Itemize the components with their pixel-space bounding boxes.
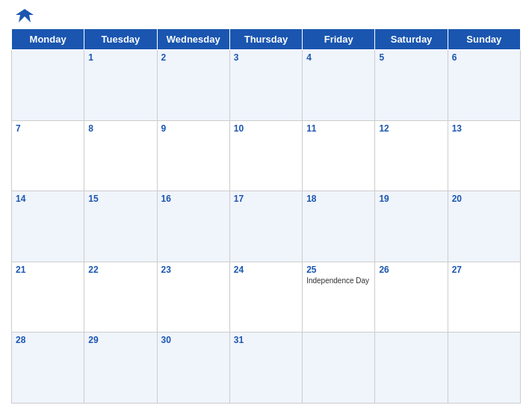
weekday-header-friday: Friday	[303, 29, 375, 50]
day-number: 22	[88, 265, 152, 275]
day-number: 13	[452, 123, 516, 134]
calendar-cell	[303, 333, 375, 404]
calendar-cell: 24	[229, 262, 302, 333]
calendar-cell: 27	[448, 262, 520, 333]
calendar-week-row: 2122232425Independence Day2627	[12, 262, 521, 333]
day-number: 14	[16, 194, 80, 204]
weekday-header-saturday: Saturday	[375, 29, 448, 50]
calendar-cell: 22	[84, 262, 157, 333]
calendar-cell: 15	[84, 191, 157, 262]
day-number: 5	[379, 52, 443, 63]
calendar-week-row: 14151617181920	[12, 191, 521, 262]
calendar-cell: 31	[229, 333, 302, 404]
calendar-cell: 13	[448, 120, 520, 191]
calendar-cell: 6	[448, 50, 520, 121]
day-number: 17	[234, 194, 298, 204]
calendar-cell: 14	[12, 191, 84, 262]
calendar-cell: 16	[157, 191, 229, 262]
day-number: 11	[306, 123, 371, 134]
calendar-cell: 3	[229, 50, 302, 121]
weekday-header-thursday: Thursday	[229, 29, 302, 50]
calendar-cell: 18	[303, 191, 375, 262]
day-number: 25	[306, 265, 371, 275]
calendar-week-row: 123456	[12, 50, 521, 121]
day-number: 24	[234, 265, 298, 275]
day-number: 12	[379, 123, 443, 134]
calendar-event: Independence Day	[306, 276, 371, 285]
weekday-header-row: MondayTuesdayWednesdayThursdayFridaySatu…	[12, 29, 521, 50]
calendar-cell: 7	[12, 120, 84, 191]
calendar-cell: 12	[375, 120, 448, 191]
calendar-header	[11, 7, 521, 24]
day-number: 3	[234, 52, 298, 63]
calendar-cell: 10	[229, 120, 302, 191]
day-number: 7	[16, 123, 80, 134]
calendar-cell: 17	[229, 191, 302, 262]
day-number: 27	[452, 265, 516, 275]
calendar-cell: 5	[375, 50, 448, 121]
calendar-cell	[12, 50, 84, 121]
day-number: 16	[161, 194, 226, 204]
day-number: 6	[452, 52, 516, 63]
calendar-cell: 2	[157, 50, 229, 121]
calendar-cell: 25Independence Day	[303, 262, 375, 333]
day-number: 21	[16, 265, 80, 275]
weekday-header-tuesday: Tuesday	[84, 29, 157, 50]
calendar-cell: 9	[157, 120, 229, 191]
day-number: 29	[88, 335, 152, 345]
calendar-cell: 19	[375, 191, 448, 262]
calendar-cell: 26	[375, 262, 448, 333]
day-number: 30	[161, 335, 226, 345]
logo-bird-icon	[14, 7, 35, 24]
calendar-cell	[375, 333, 448, 404]
day-number: 2	[161, 52, 226, 63]
calendar-cell: 28	[12, 333, 84, 404]
day-number: 18	[306, 194, 371, 204]
calendar-cell: 21	[12, 262, 84, 333]
day-number: 28	[16, 335, 80, 345]
weekday-header-monday: Monday	[12, 29, 84, 50]
day-number: 19	[379, 194, 443, 204]
svg-marker-0	[16, 9, 34, 22]
calendar-cell	[448, 333, 520, 404]
calendar-cell: 8	[84, 120, 157, 191]
calendar-cell: 20	[448, 191, 520, 262]
day-number: 9	[161, 123, 226, 134]
calendar-cell: 1	[84, 50, 157, 121]
calendar-cell: 29	[84, 333, 157, 404]
day-number: 23	[161, 265, 226, 275]
calendar-cell: 30	[157, 333, 229, 404]
day-number: 1	[88, 52, 152, 63]
weekday-header-wednesday: Wednesday	[157, 29, 229, 50]
day-number: 26	[379, 265, 443, 275]
day-number: 15	[88, 194, 152, 204]
calendar-cell: 4	[303, 50, 375, 121]
day-number: 31	[234, 335, 298, 345]
calendar-cell: 11	[303, 120, 375, 191]
logo	[14, 7, 38, 24]
day-number: 4	[306, 52, 371, 63]
day-number: 10	[234, 123, 298, 134]
calendar-week-row: 78910111213	[12, 120, 521, 191]
calendar-cell: 23	[157, 262, 229, 333]
calendar-table: MondayTuesdayWednesdayThursdayFridaySatu…	[11, 28, 521, 404]
weekday-header-sunday: Sunday	[448, 29, 520, 50]
calendar-week-row: 28293031	[12, 333, 521, 404]
day-number: 8	[88, 123, 152, 134]
day-number: 20	[452, 194, 516, 204]
